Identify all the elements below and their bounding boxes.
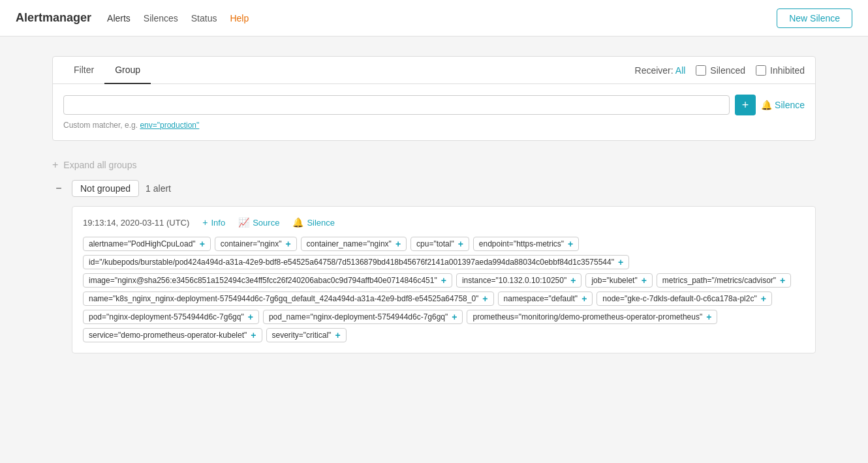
inhibited-label: Inhibited (770, 65, 805, 76)
main-content: Filter Group Receiver: All Silenced Inhi… (0, 37, 868, 373)
label-add-icon[interactable]: + (780, 276, 785, 285)
navbar-left: Alertmanager Alerts Silences Status Help (16, 11, 249, 25)
receiver-value[interactable]: All (675, 65, 686, 76)
label-add-icon[interactable]: + (441, 276, 446, 285)
label-text: node="gke-c-7dkls-default-0-c6ca178a-pl2… (602, 294, 756, 303)
filter-card: Filter Group Receiver: All Silenced Inhi… (52, 56, 816, 141)
label-text: name="k8s_nginx_nginx-deployment-5754944… (89, 294, 478, 303)
label-add-icon[interactable]: + (581, 294, 587, 303)
label-tag: node="gke-c-7dkls-default-0-c6ca178a-pl2… (597, 291, 772, 306)
label-tag: name="k8s_nginx_nginx-deployment-5754944… (83, 291, 494, 306)
label-add-icon[interactable]: + (248, 312, 253, 321)
silence-bell-icon: 🔔 (292, 217, 303, 228)
collapse-button[interactable]: − (52, 182, 65, 195)
filter-input-row: + 🔔 Silence (63, 95, 805, 115)
label-add-icon[interactable]: + (482, 294, 488, 303)
add-filter-button[interactable]: + (735, 95, 756, 115)
label-tag: alertname="PodHighCpuLoad"+ (83, 237, 211, 251)
tab-group[interactable]: Group (104, 57, 151, 84)
alert-time: 19:13:14, 2020-03-11 (UTC) (83, 218, 189, 228)
label-text: endpoint="https-metrics" (479, 239, 564, 248)
label-text: pod="nginx-deployment-5754944d6c-7g6gq" (89, 312, 244, 321)
label-tag: metrics_path="/metrics/cadvisor"+ (657, 273, 791, 288)
label-text: prometheus="monitoring/demo-prometheus-o… (473, 312, 702, 321)
expand-all-row[interactable]: + Expand all groups (52, 159, 816, 171)
filter-tabs: Filter Group Receiver: All Silenced Inhi… (53, 57, 815, 84)
source-action[interactable]: 📈 Source (238, 217, 279, 228)
label-text: pod_name="nginx-deployment-5754944d6c-7g… (269, 312, 448, 321)
source-label: Source (253, 218, 279, 228)
label-add-icon[interactable]: + (395, 239, 401, 248)
filter-tabs-right: Receiver: All Silenced Inhibited (635, 65, 805, 76)
info-label: Info (211, 218, 226, 228)
label-add-icon[interactable]: + (706, 312, 711, 321)
label-tag: container="nginx"+ (215, 237, 297, 251)
label-text: alertname="PodHighCpuLoad" (89, 239, 196, 248)
label-add-icon[interactable]: + (458, 239, 463, 248)
expand-all-icon: + (52, 159, 58, 171)
silence-action[interactable]: 🔔 Silence (292, 217, 335, 228)
filter-tabs-left: Filter Group (63, 57, 151, 83)
label-add-icon[interactable]: + (642, 276, 647, 285)
silenced-toggle: Silenced (696, 65, 745, 76)
label-text: metrics_path="/metrics/cadvisor" (662, 276, 776, 285)
new-silence-button[interactable]: New Silence (777, 8, 852, 28)
navbar: Alertmanager Alerts Silences Status Help… (0, 0, 868, 37)
label-add-icon[interactable]: + (251, 331, 256, 340)
nav-silences[interactable]: Silences (144, 13, 178, 23)
filter-body: + 🔔 Silence Custom matcher, e.g. env="pr… (53, 84, 815, 140)
label-add-icon[interactable]: + (570, 276, 576, 285)
source-icon: 📈 (238, 217, 249, 228)
label-text: instance="10.132.0.10:10250" (462, 276, 566, 285)
inhibited-checkbox[interactable] (756, 65, 766, 76)
label-text: severity="critical" (272, 331, 332, 340)
nav-alerts[interactable]: Alerts (107, 13, 131, 23)
label-add-icon[interactable]: + (761, 294, 766, 303)
label-text: image="nginx@sha256:e3456c851a152494c3e4… (89, 276, 437, 285)
silence-label: Silence (307, 218, 335, 228)
group-badge: Not grouped (72, 180, 139, 197)
custom-hint: Custom matcher, e.g. env="production" (63, 121, 805, 130)
label-text: namespace="default" (504, 294, 578, 303)
info-action[interactable]: + Info (202, 217, 225, 228)
nav-help[interactable]: Help (230, 13, 249, 23)
custom-hint-example[interactable]: env="production" (140, 121, 199, 130)
nav-links: Alerts Silences Status Help (107, 13, 249, 23)
silenced-checkbox[interactable] (696, 65, 706, 76)
label-tag: severity="critical"+ (266, 328, 347, 342)
label-add-icon[interactable]: + (200, 239, 205, 248)
label-tag: job="kubelet"+ (585, 273, 652, 288)
label-tag: service="demo-prometheus-operator-kubele… (83, 328, 262, 342)
filter-input[interactable] (63, 95, 730, 115)
label-add-icon[interactable]: + (335, 331, 340, 340)
inhibited-toggle: Inhibited (756, 65, 805, 76)
expand-all-label: Expand all groups (63, 160, 136, 170)
label-text: container="nginx" (221, 239, 282, 248)
brand: Alertmanager (16, 11, 91, 25)
tab-filter[interactable]: Filter (63, 57, 104, 84)
silence-icon: 🔔 (761, 100, 772, 110)
silence-filter-button[interactable]: 🔔 Silence (761, 100, 805, 110)
receiver-label: Receiver: All (635, 65, 686, 76)
label-tag: namespace="default"+ (498, 291, 593, 306)
silenced-label: Silenced (710, 65, 745, 76)
alert-header: 19:13:14, 2020-03-11 (UTC) + Info 📈 Sour… (83, 217, 805, 228)
label-text: service="demo-prometheus-operator-kubele… (89, 331, 247, 340)
info-icon: + (202, 217, 208, 228)
label-add-icon[interactable]: + (618, 258, 623, 267)
label-tag: container_name="nginx"+ (301, 237, 407, 251)
label-tag: cpu="total"+ (411, 237, 469, 251)
label-text: container_name="nginx" (307, 239, 392, 248)
nav-status[interactable]: Status (191, 13, 217, 23)
label-add-icon[interactable]: + (285, 239, 290, 248)
label-text: cpu="total" (416, 239, 454, 248)
label-add-icon[interactable]: + (452, 312, 457, 321)
label-tag: prometheus="monitoring/demo-prometheus-o… (467, 310, 717, 324)
label-add-icon[interactable]: + (568, 239, 573, 248)
label-tag: image="nginx@sha256:e3456c851a152494c3e4… (83, 273, 452, 288)
label-tag: pod="nginx-deployment-5754944d6c-7g6gq"+ (83, 310, 259, 324)
label-text: id="/kubepods/burstable/pod424a494d-a31a… (89, 258, 614, 267)
alert-count: 1 alert (146, 183, 171, 194)
label-tag: pod_name="nginx-deployment-5754944d6c-7g… (263, 310, 463, 324)
labels-section: alertname="PodHighCpuLoad"+container="ng… (83, 237, 805, 342)
